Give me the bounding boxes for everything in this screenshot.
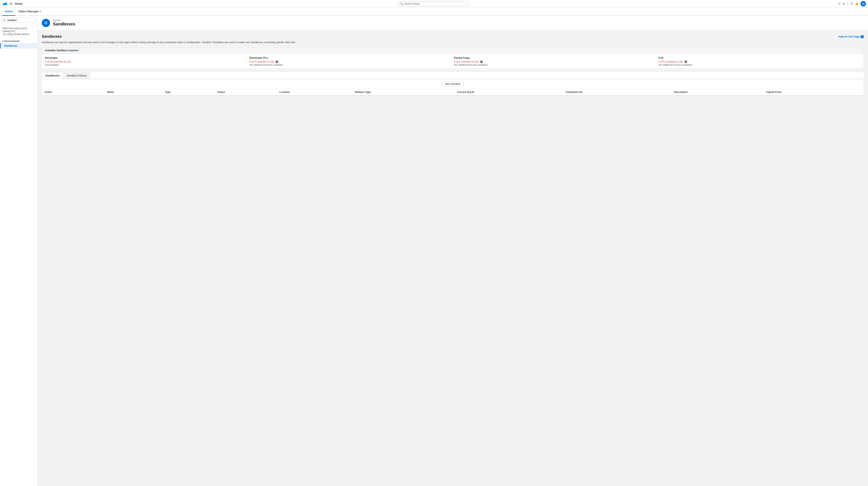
- settings-icon[interactable]: ⚙: [850, 2, 853, 5]
- col-status: Status: [215, 89, 277, 95]
- col-description: Description: [671, 89, 763, 95]
- gear-icon: ⚙: [42, 19, 50, 27]
- license-developer-pro: Developer Pro 0 of 0 Licenses In Use i (…: [247, 56, 452, 66]
- info-icon-full[interactable]: i: [684, 60, 687, 63]
- view-icon[interactable]: ⊡: [838, 2, 840, 5]
- setup-breadcrumb: SETUP: [53, 20, 75, 22]
- main-layout: 🔍 Didn't find what you're looking for? T…: [0, 16, 868, 486]
- tab-sandbox-history[interactable]: Sandbox History: [63, 72, 90, 79]
- section-title-row: Sandboxes Help for this Page ?: [42, 34, 864, 39]
- chevron-down-icon: ▾: [40, 10, 41, 12]
- table-panel: New Sandbox Action Name Type Status Loca…: [42, 79, 864, 96]
- sidebar-section-environments: ▾ Environments: [0, 38, 37, 43]
- col-name: Name: [105, 89, 163, 95]
- section-description: Sandboxes are special organizations that…: [42, 40, 864, 44]
- tab-object-manager[interactable]: Object Manager ▾: [16, 7, 43, 16]
- sidebar-search: 🔍: [0, 16, 37, 25]
- license-developer-available: (10 Available): [45, 64, 245, 66]
- license-developer-pro-available: (No additional licenses available): [249, 64, 450, 66]
- license-full-name: Full: [658, 56, 859, 59]
- salesforce-logo[interactable]: [2, 1, 8, 7]
- sidebar-no-result: Didn't find what you're looking for? Try…: [0, 25, 37, 38]
- sidebar-search-icon: 🔍: [3, 19, 6, 22]
- grid-icon[interactable]: ⊞: [9, 2, 12, 6]
- license-developer-in-use: 0 of 10 Licenses In Use: [45, 60, 245, 63]
- nav-bar: Home Object Manager ▾: [0, 7, 868, 16]
- sandboxes-table: Action Name Type Status Location Release…: [42, 89, 864, 95]
- col-type: Type: [163, 89, 215, 95]
- page-header-text: SETUP Sandboxes: [53, 20, 75, 27]
- page-title: Sandboxes: [53, 22, 75, 27]
- new-sandbox-button[interactable]: New Sandbox: [442, 81, 464, 87]
- help-link[interactable]: Help for this Page ?: [838, 35, 864, 38]
- notification-icon[interactable]: 🔔: [855, 2, 859, 5]
- section-title-text: Sandboxes: [42, 34, 62, 39]
- col-release-type: Release Type: [352, 89, 455, 95]
- sidebar: 🔍 Didn't find what you're looking for? T…: [0, 16, 37, 486]
- license-partial-copy-in-use: 0 of 0 Licenses In Use i: [454, 60, 654, 63]
- license-developer-name: Developer: [45, 56, 245, 59]
- license-panel-header: Available Sandbox Licenses: [42, 47, 864, 54]
- col-completed-on: Completed On: [563, 89, 672, 95]
- license-panel: Available Sandbox Licenses Developer 0 o…: [42, 47, 864, 69]
- svg-point-2: [6, 3, 7, 5]
- top-bar: ⊞ Setup 🔍 ⊡ ⊞ ? ⚙ 🔔 JD: [0, 0, 868, 7]
- search-input[interactable]: [399, 1, 469, 6]
- tab-sandboxes[interactable]: Sandboxes: [42, 72, 63, 79]
- environments-section-header[interactable]: ▾ Environments: [2, 40, 35, 42]
- tab-home[interactable]: Home: [2, 7, 16, 16]
- new-sandbox-row: New Sandbox: [42, 79, 864, 89]
- license-developer: Developer 0 of 10 Licenses In Use (10 Av…: [45, 56, 247, 66]
- help-icon[interactable]: ?: [847, 2, 848, 5]
- table-header: Action Name Type Status Location Release…: [42, 89, 864, 95]
- license-partial-copy-name: Partial Copy: [454, 56, 654, 59]
- license-partial-copy-available: (No additional licenses available): [454, 64, 654, 66]
- search-icon: 🔍: [400, 2, 403, 5]
- info-icon-partial[interactable]: i: [480, 60, 483, 63]
- col-copied-from: Copied From: [764, 89, 864, 95]
- col-location: Location: [277, 89, 353, 95]
- license-partial-copy: Partial Copy 0 of 0 Licenses In Use i (N…: [452, 56, 656, 66]
- col-current-org-id: Current Org Id: [455, 89, 563, 95]
- top-bar-right: ⊡ ⊞ ? ⚙ 🔔 JD: [838, 1, 866, 6]
- apps-icon[interactable]: ⊞: [842, 2, 845, 5]
- license-panel-body: Developer 0 of 10 Licenses In Use (10 Av…: [42, 54, 864, 69]
- sidebar-item-sandboxes[interactable]: Sandboxes: [0, 43, 37, 48]
- license-full-available: (No additional licenses available): [658, 64, 859, 66]
- avatar[interactable]: JD: [861, 1, 866, 6]
- setup-nav-label: Setup: [15, 2, 22, 5]
- content-area: ⚙ SETUP Sandboxes Sandboxes Help for thi…: [37, 16, 868, 486]
- content-body: Sandboxes Help for this Page ? Sandboxes…: [37, 30, 868, 100]
- license-full: Full 0 of 0 Licenses In Use i (No additi…: [656, 56, 861, 66]
- svg-point-3: [3, 4, 5, 5]
- license-developer-pro-name: Developer Pro: [249, 56, 450, 59]
- info-icon-dev-pro[interactable]: i: [276, 60, 278, 63]
- license-developer-pro-in-use: 0 of 0 Licenses In Use i: [249, 60, 450, 63]
- col-action: Action: [42, 89, 105, 95]
- page-header: ⚙ SETUP Sandboxes: [37, 16, 868, 30]
- chevron-down-icon: ▾: [2, 40, 4, 42]
- sidebar-search-input[interactable]: [2, 18, 36, 23]
- tabs-row: Sandboxes Sandbox History: [42, 72, 864, 79]
- help-icon-circle: ?: [861, 35, 864, 38]
- license-full-in-use: 0 of 0 Licenses In Use i: [658, 60, 859, 63]
